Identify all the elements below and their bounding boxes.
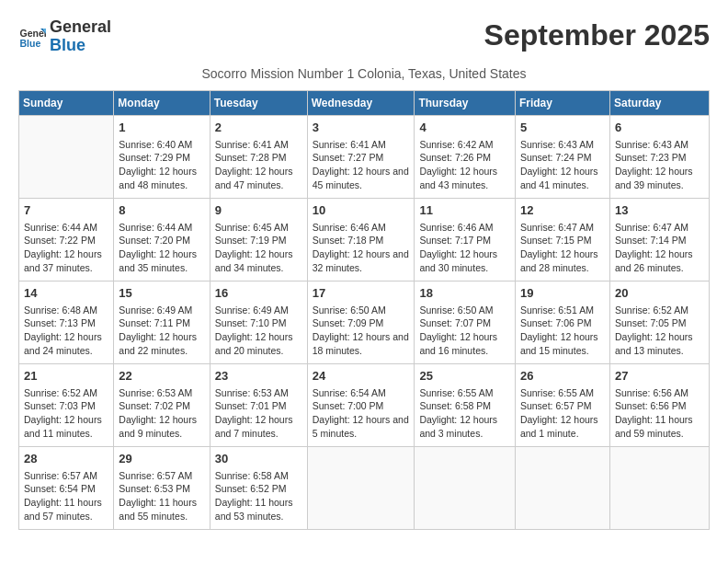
cell-week4-day6: 26Sunrise: 6:55 AMSunset: 6:57 PMDayligh… xyxy=(515,363,609,446)
day-number: 28 xyxy=(24,451,108,467)
day-number: 25 xyxy=(419,368,510,385)
cell-week1-day7: 6Sunrise: 6:43 AMSunset: 7:23 PMDaylight… xyxy=(609,115,709,198)
col-friday: Friday xyxy=(515,90,609,115)
cell-week3-day2: 15Sunrise: 6:49 AMSunset: 7:11 PMDayligh… xyxy=(114,281,210,363)
cell-week1-day1 xyxy=(19,115,114,198)
cell-week5-day3: 30Sunrise: 6:58 AMSunset: 6:52 PMDayligh… xyxy=(210,446,307,529)
cell-week2-day4: 10Sunrise: 6:46 AMSunset: 7:18 PMDayligh… xyxy=(307,198,415,281)
day-number: 23 xyxy=(215,368,302,385)
cell-week4-day4: 24Sunrise: 6:54 AMSunset: 7:00 PMDayligh… xyxy=(307,363,415,446)
cell-week3-day5: 18Sunrise: 6:50 AMSunset: 7:07 PMDayligh… xyxy=(415,281,516,363)
col-wednesday: Wednesday xyxy=(307,90,415,115)
cell-week3-day3: 16Sunrise: 6:49 AMSunset: 7:10 PMDayligh… xyxy=(210,281,307,363)
day-info: Sunrise: 6:46 AMSunset: 7:18 PMDaylight:… xyxy=(313,221,410,275)
col-tuesday: Tuesday xyxy=(210,90,307,115)
day-number: 1 xyxy=(119,120,204,136)
day-number: 17 xyxy=(313,285,410,302)
day-number: 8 xyxy=(119,202,204,219)
day-number: 4 xyxy=(419,120,510,136)
day-number: 26 xyxy=(520,368,605,385)
cell-week1-day3: 2Sunrise: 6:41 AMSunset: 7:28 PMDaylight… xyxy=(210,115,307,198)
cell-week3-day7: 20Sunrise: 6:52 AMSunset: 7:05 PMDayligh… xyxy=(609,281,709,363)
cell-week5-day5 xyxy=(415,446,516,529)
day-info: Sunrise: 6:55 AMSunset: 6:57 PMDaylight:… xyxy=(520,386,605,441)
logo-line1: General xyxy=(50,17,111,36)
cell-week2-day3: 9Sunrise: 6:45 AMSunset: 7:19 PMDaylight… xyxy=(210,198,307,281)
day-info: Sunrise: 6:50 AMSunset: 7:09 PMDaylight:… xyxy=(313,304,410,358)
cell-week3-day6: 19Sunrise: 6:51 AMSunset: 7:06 PMDayligh… xyxy=(515,281,609,363)
cell-week4-day2: 22Sunrise: 6:53 AMSunset: 7:02 PMDayligh… xyxy=(114,363,210,446)
day-number: 15 xyxy=(119,285,204,302)
logo-icon: General Blue xyxy=(18,23,46,51)
day-info: Sunrise: 6:46 AMSunset: 7:17 PMDaylight:… xyxy=(419,221,510,275)
cell-week2-day5: 11Sunrise: 6:46 AMSunset: 7:17 PMDayligh… xyxy=(415,198,516,281)
week-row-2: 7Sunrise: 6:44 AMSunset: 7:22 PMDaylight… xyxy=(19,198,710,281)
cell-week2-day2: 8Sunrise: 6:44 AMSunset: 7:20 PMDaylight… xyxy=(114,198,210,281)
day-number: 5 xyxy=(520,120,605,136)
day-number: 19 xyxy=(520,285,605,302)
day-info: Sunrise: 6:48 AMSunset: 7:13 PMDaylight:… xyxy=(24,304,108,358)
day-info: Sunrise: 6:43 AMSunset: 7:24 PMDaylight:… xyxy=(520,138,605,192)
day-info: Sunrise: 6:41 AMSunset: 7:28 PMDaylight:… xyxy=(215,138,302,192)
day-number: 11 xyxy=(419,202,510,219)
day-info: Sunrise: 6:49 AMSunset: 7:10 PMDaylight:… xyxy=(215,304,302,358)
day-number: 10 xyxy=(313,202,410,219)
cell-week2-day6: 12Sunrise: 6:47 AMSunset: 7:15 PMDayligh… xyxy=(515,198,609,281)
cell-week2-day7: 13Sunrise: 6:47 AMSunset: 7:14 PMDayligh… xyxy=(609,198,709,281)
day-info: Sunrise: 6:55 AMSunset: 6:58 PMDaylight:… xyxy=(419,386,510,441)
day-number: 29 xyxy=(119,451,204,467)
day-info: Sunrise: 6:57 AMSunset: 6:53 PMDaylight:… xyxy=(119,469,204,523)
col-saturday: Saturday xyxy=(609,90,709,115)
day-number: 30 xyxy=(215,451,302,467)
week-row-3: 14Sunrise: 6:48 AMSunset: 7:13 PMDayligh… xyxy=(19,281,710,363)
day-info: Sunrise: 6:47 AMSunset: 7:14 PMDaylight:… xyxy=(615,221,704,275)
day-number: 20 xyxy=(615,285,704,302)
day-number: 7 xyxy=(24,202,108,219)
day-info: Sunrise: 6:49 AMSunset: 7:11 PMDaylight:… xyxy=(119,304,204,358)
cell-week5-day6 xyxy=(515,446,609,529)
month-title: September 2025 xyxy=(484,18,710,52)
day-info: Sunrise: 6:44 AMSunset: 7:20 PMDaylight:… xyxy=(119,221,204,275)
day-info: Sunrise: 6:54 AMSunset: 7:00 PMDaylight:… xyxy=(313,386,410,441)
subtitle: Socorro Mission Number 1 Colonia, Texas,… xyxy=(18,66,710,81)
cell-week5-day7 xyxy=(609,446,709,529)
day-info: Sunrise: 6:43 AMSunset: 7:23 PMDaylight:… xyxy=(615,138,704,192)
day-number: 13 xyxy=(615,202,704,219)
day-info: Sunrise: 6:57 AMSunset: 6:54 PMDaylight:… xyxy=(24,469,108,523)
day-number: 21 xyxy=(24,368,108,385)
week-row-4: 21Sunrise: 6:52 AMSunset: 7:03 PMDayligh… xyxy=(19,363,710,446)
svg-text:Blue: Blue xyxy=(20,37,41,48)
calendar-table: Sunday Monday Tuesday Wednesday Thursday… xyxy=(18,90,710,530)
header-row: Sunday Monday Tuesday Wednesday Thursday… xyxy=(19,90,710,115)
day-number: 3 xyxy=(313,120,410,136)
week-row-5: 28Sunrise: 6:57 AMSunset: 6:54 PMDayligh… xyxy=(19,446,710,529)
cell-week1-day4: 3Sunrise: 6:41 AMSunset: 7:27 PMDaylight… xyxy=(307,115,415,198)
day-info: Sunrise: 6:53 AMSunset: 7:02 PMDaylight:… xyxy=(119,386,204,441)
cell-week5-day4 xyxy=(307,446,415,529)
cell-week1-day5: 4Sunrise: 6:42 AMSunset: 7:26 PMDaylight… xyxy=(415,115,516,198)
col-monday: Monday xyxy=(114,90,210,115)
cell-week4-day7: 27Sunrise: 6:56 AMSunset: 6:56 PMDayligh… xyxy=(609,363,709,446)
cell-week1-day6: 5Sunrise: 6:43 AMSunset: 7:24 PMDaylight… xyxy=(515,115,609,198)
day-number: 27 xyxy=(615,368,704,385)
day-number: 2 xyxy=(215,120,302,136)
cell-week4-day1: 21Sunrise: 6:52 AMSunset: 7:03 PMDayligh… xyxy=(19,363,114,446)
logo-text: General Blue xyxy=(50,18,111,55)
cell-week3-day1: 14Sunrise: 6:48 AMSunset: 7:13 PMDayligh… xyxy=(19,281,114,363)
day-info: Sunrise: 6:53 AMSunset: 7:01 PMDaylight:… xyxy=(215,386,302,441)
col-thursday: Thursday xyxy=(415,90,516,115)
day-number: 16 xyxy=(215,285,302,302)
day-info: Sunrise: 6:45 AMSunset: 7:19 PMDaylight:… xyxy=(215,221,302,275)
logo: General Blue General Blue xyxy=(18,18,111,55)
day-info: Sunrise: 6:40 AMSunset: 7:29 PMDaylight:… xyxy=(119,138,204,192)
cell-week4-day3: 23Sunrise: 6:53 AMSunset: 7:01 PMDayligh… xyxy=(210,363,307,446)
day-number: 18 xyxy=(419,285,510,302)
day-number: 6 xyxy=(615,120,704,136)
week-row-1: 1Sunrise: 6:40 AMSunset: 7:29 PMDaylight… xyxy=(19,115,710,198)
day-number: 12 xyxy=(520,202,605,219)
day-info: Sunrise: 6:56 AMSunset: 6:56 PMDaylight:… xyxy=(615,386,704,441)
day-info: Sunrise: 6:52 AMSunset: 7:05 PMDaylight:… xyxy=(615,304,704,358)
day-info: Sunrise: 6:47 AMSunset: 7:15 PMDaylight:… xyxy=(520,221,605,275)
day-number: 9 xyxy=(215,202,302,219)
logo-line2: Blue xyxy=(50,36,85,54)
